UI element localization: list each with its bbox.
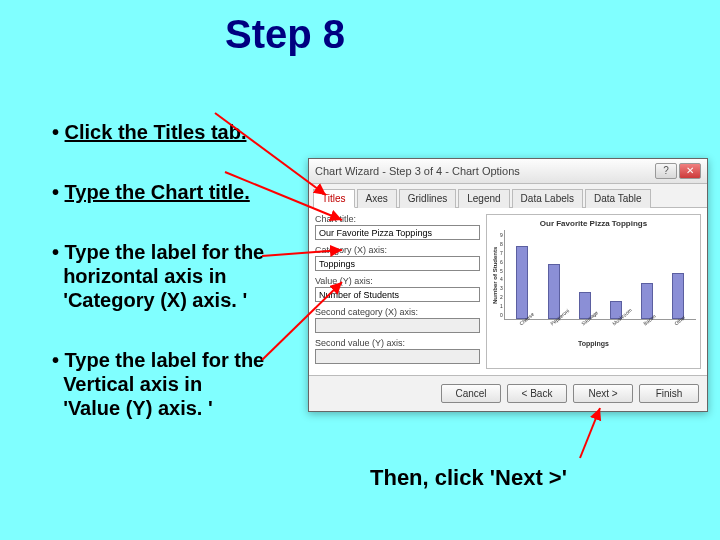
tab-datalabels[interactable]: Data Labels	[512, 189, 583, 208]
next-button[interactable]: Next >	[573, 384, 633, 403]
tab-legend[interactable]: Legend	[458, 189, 509, 208]
help-button[interactable]: ?	[655, 163, 677, 179]
preview-x-label: Toppings	[578, 340, 609, 347]
chart-preview: Our Favorite Pizza Toppings Number of St…	[486, 214, 701, 369]
tab-datatable[interactable]: Data Table	[585, 189, 651, 208]
close-button[interactable]: ✕	[679, 163, 701, 179]
chart-wizard-dialog: Chart Wizard - Step 3 of 4 - Chart Optio…	[308, 158, 708, 412]
dialog-footer: Cancel < Back Next > Finish	[309, 375, 707, 411]
second-category-x-input	[315, 318, 480, 333]
back-button[interactable]: < Back	[507, 384, 567, 403]
close-icon: ✕	[686, 165, 694, 176]
preview-chart-title: Our Favorite Pizza Toppings	[540, 219, 647, 228]
value-y-input[interactable]	[315, 287, 480, 302]
titles-form: Chart title: Category (X) axis: Value (Y…	[315, 214, 480, 369]
label-second-category-x: Second category (X) axis:	[315, 307, 480, 317]
tab-gridlines[interactable]: Gridlines	[399, 189, 456, 208]
bullet-type-y-axis: • Type the label for the Vertical axis i…	[52, 348, 312, 420]
label-category-x: Category (X) axis:	[315, 245, 480, 255]
cancel-button[interactable]: Cancel	[441, 384, 501, 403]
label-second-value-y: Second value (Y) axis:	[315, 338, 480, 348]
preview-y-label: Number of Students	[491, 230, 499, 320]
tab-strip: Titles Axes Gridlines Legend Data Labels…	[309, 184, 707, 208]
second-value-y-input	[315, 349, 480, 364]
step-title: Step 8	[225, 12, 345, 57]
then-click-next: Then, click 'Next >'	[370, 465, 567, 491]
tab-axes[interactable]: Axes	[357, 189, 397, 208]
bullet-type-x-axis: • Type the label for the horizontal axis…	[52, 240, 312, 312]
bullet-click-titles: • Click the Titles tab.	[52, 120, 312, 144]
bar	[516, 246, 528, 319]
label-chart-title: Chart title:	[315, 214, 480, 224]
chart-title-input[interactable]	[315, 225, 480, 240]
instruction-list: • Click the Titles tab. • Type the Chart…	[12, 120, 312, 456]
category-x-input[interactable]	[315, 256, 480, 271]
preview-x-ticks: CheesePepperoniSausageMushroomBaconOther	[491, 322, 696, 328]
dialog-titlebar: Chart Wizard - Step 3 of 4 - Chart Optio…	[309, 159, 707, 184]
bullet-type-chart-title: • Type the Chart title.	[52, 180, 312, 204]
label-value-y: Value (Y) axis:	[315, 276, 480, 286]
preview-bars	[504, 230, 696, 320]
dialog-caption: Chart Wizard - Step 3 of 4 - Chart Optio…	[315, 165, 520, 177]
finish-button[interactable]: Finish	[639, 384, 699, 403]
bar	[548, 264, 560, 319]
arrow-to-next-button	[580, 408, 600, 458]
tab-titles[interactable]: Titles	[313, 189, 355, 208]
